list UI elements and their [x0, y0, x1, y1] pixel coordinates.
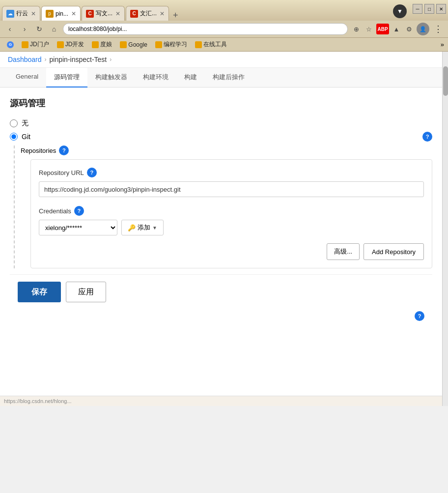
browser-tab-4[interactable]: C 文汇... ✕: [126, 6, 169, 21]
bookmark-tools[interactable]: 在线工具: [192, 39, 230, 50]
bookmark-programming[interactable]: 编程学习: [152, 39, 190, 50]
bookmark-google[interactable]: Google: [117, 40, 150, 49]
tabs-row: ☁ 行云 ✕ p pin... ✕ C 写文... ✕ C 文汇... ✕: [2, 2, 391, 21]
add-btn-arrow-icon: ▼: [152, 225, 157, 231]
tab-build[interactable]: 构建: [176, 68, 205, 87]
google-favicon: G: [7, 41, 14, 48]
browser-tab-1[interactable]: ☁ 行云 ✕: [2, 6, 40, 21]
forward-button[interactable]: ›: [19, 23, 30, 35]
footer-url: https://blog.csdn.net/hlong...: [4, 398, 72, 404]
tab-post-build[interactable]: 构建后操作: [205, 68, 252, 87]
repositories-help-icon[interactable]: ?: [59, 145, 69, 155]
tab-label-4: 文汇...: [140, 9, 157, 18]
maximize-button[interactable]: □: [424, 4, 434, 14]
tab-build-env[interactable]: 构建环境: [135, 68, 176, 87]
breadcrumb-project: pinpin-inspect-Test: [50, 56, 107, 63]
credentials-controls-row: xielong/****** 🔑 添加 ▼: [39, 220, 424, 235]
tabs-navigation: General 源码管理 构建触发器 构建环境 构建 构建后操作: [0, 68, 442, 87]
credentials-label: Credentials: [39, 207, 71, 215]
tab-close-2[interactable]: ✕: [71, 10, 76, 17]
profile-icon[interactable]: ▼: [393, 4, 407, 18]
back-button[interactable]: ‹: [4, 23, 16, 35]
bookmark-baidu[interactable]: 度娘: [89, 39, 115, 50]
advanced-button[interactable]: 高级...: [327, 243, 360, 260]
tab-source-code[interactable]: 源码管理: [46, 68, 87, 87]
extension-icon[interactable]: ▲: [391, 24, 402, 34]
bookmark-star-icon[interactable]: ☆: [364, 24, 374, 34]
radio-none-input[interactable]: [10, 119, 18, 127]
browser-tab-3[interactable]: C 写文... ✕: [82, 6, 125, 21]
radio-git-label: Git: [22, 133, 30, 141]
address-input[interactable]: [63, 23, 348, 35]
section-title: 源码管理: [10, 97, 432, 109]
credentials-dropdown[interactable]: xielong/******: [39, 220, 117, 235]
tab-label-3: 写文...: [96, 9, 112, 18]
radio-git-input[interactable]: [10, 133, 18, 141]
bookmark-jd-portal[interactable]: JD门户: [19, 39, 52, 50]
bookmark-label-jd-dev: JD开发: [65, 40, 84, 49]
repo-url-label: Repository URL: [39, 169, 84, 176]
scrollbar[interactable]: [442, 52, 448, 406]
tab-close-1[interactable]: ✕: [31, 10, 36, 17]
translate-icon[interactable]: ⊕: [351, 24, 362, 34]
browser-menu-button[interactable]: ⋮: [432, 23, 444, 35]
tab-close-4[interactable]: ✕: [160, 10, 165, 17]
page-bottom-help-icon[interactable]: ?: [415, 311, 424, 321]
bookmarks-bar: G JD门户 JD开发 度娘 Google 编程学习 在线工具 »: [0, 38, 448, 52]
bookmarks-more-icon[interactable]: »: [441, 41, 444, 48]
repo-url-help-icon[interactable]: ?: [87, 168, 97, 177]
repositories-label: Repositories: [21, 147, 56, 154]
tab-favicon-3: C: [86, 10, 94, 18]
tab-general[interactable]: General: [8, 68, 46, 87]
section-content: 源码管理 无 Git ? Repositories ?: [0, 87, 442, 335]
tab-favicon-1: ☁: [6, 10, 14, 18]
bottom-help-area: ?: [10, 309, 432, 325]
profile-avatar-icon[interactable]: 👤: [417, 23, 429, 35]
tab-close-3[interactable]: ✕: [115, 10, 120, 17]
bookmark-google-icon[interactable]: G: [4, 40, 17, 49]
bookmark-label-baidu: 度娘: [100, 40, 112, 49]
scroll-area: Dashboard › pinpin-inspect-Test › Genera…: [0, 52, 448, 406]
key-icon: 🔑: [128, 224, 136, 232]
tab-label-1: 行云: [16, 9, 28, 18]
home-button[interactable]: ⌂: [48, 23, 60, 35]
save-button[interactable]: 保存: [18, 282, 61, 302]
address-icons: ⊕ ☆ ABP ▲ ⚙ 👤: [351, 23, 429, 35]
cred-label-row: Credentials ?: [39, 206, 424, 216]
breadcrumb-sep-2: ›: [110, 56, 112, 63]
breadcrumb-dashboard[interactable]: Dashboard: [8, 56, 42, 63]
new-tab-button[interactable]: +: [170, 10, 181, 21]
git-options-section: Repositories ? Repository URL ?: [14, 145, 432, 268]
tab-favicon-4: C: [130, 10, 138, 18]
bookmark-label-google: Google: [128, 41, 147, 48]
bookmark-label-programming: 编程学习: [164, 40, 187, 49]
main-content: Dashboard › pinpin-inspect-Test › Genera…: [0, 52, 442, 406]
credentials-help-icon[interactable]: ?: [74, 206, 84, 216]
extension2-icon[interactable]: ⚙: [404, 24, 415, 34]
repo-url-label-row: Repository URL ?: [39, 168, 424, 177]
page-content: Dashboard › pinpin-inspect-Test › Genera…: [0, 52, 442, 396]
repo-url-input[interactable]: [39, 181, 424, 197]
add-repository-button[interactable]: Add Repository: [364, 243, 424, 260]
repositories-row: Repositories ?: [21, 145, 432, 155]
tab-favicon-2: p: [46, 10, 54, 18]
git-help-icon[interactable]: ?: [422, 132, 432, 142]
refresh-button[interactable]: ↻: [33, 23, 45, 35]
bottom-section: ?: [10, 311, 424, 321]
apply-button[interactable]: 应用: [66, 282, 106, 302]
repo-actions: 高级... Add Repository: [39, 243, 424, 260]
breadcrumb: Dashboard › pinpin-inspect-Test ›: [0, 52, 442, 68]
abp-icon[interactable]: ABP: [376, 24, 389, 34]
scrollbar-thumb[interactable]: [443, 66, 448, 96]
minimize-button[interactable]: ─: [413, 4, 422, 14]
bottom-action-bar: 保存 应用: [10, 274, 432, 309]
bookmark-jd-dev[interactable]: JD开发: [54, 39, 87, 50]
close-button[interactable]: ✕: [436, 4, 446, 14]
tab-build-trigger[interactable]: 构建触发器: [87, 68, 135, 87]
browser-tab-2[interactable]: p pin... ✕: [41, 6, 81, 21]
browser-chrome: ☁ 行云 ✕ p pin... ✕ C 写文... ✕ C 文汇... ✕: [0, 0, 448, 52]
radio-git-option: Git ?: [10, 133, 432, 141]
tab-label-2: pin...: [56, 10, 68, 17]
add-credentials-button[interactable]: 🔑 添加 ▼: [121, 220, 164, 235]
page-footer: https://blog.csdn.net/hlong...: [0, 396, 442, 406]
